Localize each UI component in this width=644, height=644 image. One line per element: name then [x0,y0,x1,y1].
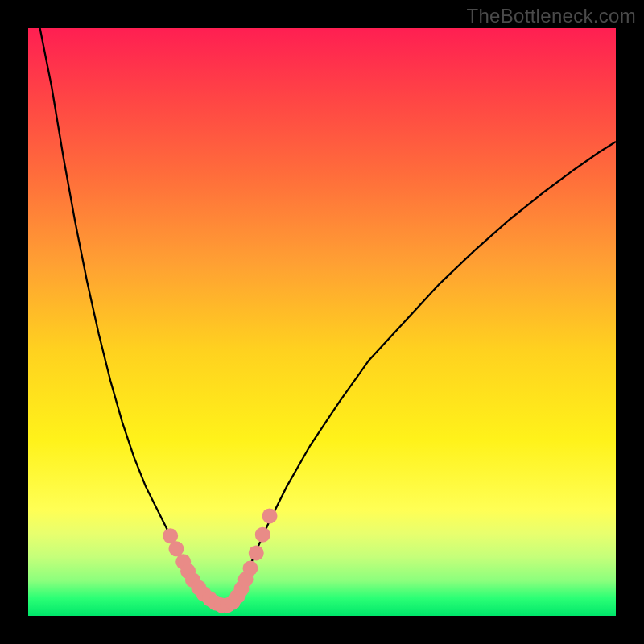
marker-dot [168,541,184,556]
marker-dot [262,508,278,523]
chart-svg [28,28,616,616]
right-curve [231,142,616,605]
marker-dot [255,527,270,543]
marker-dot [249,545,264,560]
chart-frame: TheBottleneck.com [0,0,644,644]
left-curve-group [40,28,217,604]
left-curve [40,28,217,604]
marker-dots-group [163,508,277,613]
watermark-text: TheBottleneck.com [466,5,636,27]
marker-dot [242,560,258,576]
right-curve-group [231,142,616,605]
